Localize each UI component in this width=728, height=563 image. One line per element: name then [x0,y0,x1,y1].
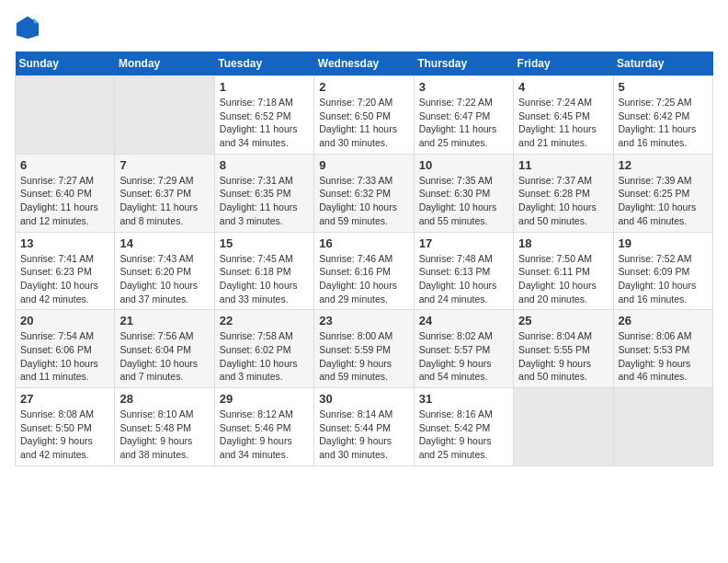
day-cell: 31Sunrise: 8:16 AMSunset: 5:42 PMDayligh… [414,388,513,466]
day-details: Sunrise: 7:41 AMSunset: 6:23 PMDaylight:… [20,252,109,306]
day-number: 10 [419,158,508,172]
day-number: 21 [119,314,209,327]
day-details: Sunrise: 7:46 AMSunset: 6:16 PMDaylight:… [319,252,408,306]
day-cell: 19Sunrise: 7:52 AMSunset: 6:09 PMDayligh… [613,232,712,310]
day-details: Sunrise: 7:33 AMSunset: 6:32 PMDaylight:… [319,174,408,228]
header-cell-saturday: Saturday [613,52,712,76]
day-cell: 16Sunrise: 7:46 AMSunset: 6:16 PMDayligh… [314,232,414,310]
day-details: Sunrise: 7:37 AMSunset: 6:28 PMDaylight:… [518,174,608,228]
day-details: Sunrise: 7:20 AMSunset: 6:50 PMDaylight:… [319,96,408,150]
day-number: 15 [220,236,309,250]
day-number: 29 [220,392,309,406]
day-cell: 6Sunrise: 7:27 AMSunset: 6:40 PMDaylight… [16,154,115,232]
week-row-4: 20Sunrise: 7:54 AMSunset: 6:06 PMDayligh… [16,310,713,388]
day-cell: 11Sunrise: 7:37 AMSunset: 6:28 PMDayligh… [514,154,613,232]
day-number: 22 [220,314,309,327]
day-details: Sunrise: 7:35 AMSunset: 6:30 PMDaylight:… [419,174,508,228]
day-cell: 28Sunrise: 8:10 AMSunset: 5:48 PMDayligh… [115,388,214,466]
day-details: Sunrise: 8:10 AMSunset: 5:48 PMDaylight:… [119,408,209,462]
day-details: Sunrise: 7:24 AMSunset: 6:45 PMDaylight:… [518,96,608,150]
day-number: 4 [518,80,608,94]
header-cell-tuesday: Tuesday [214,52,313,76]
day-number: 27 [20,392,109,406]
day-number: 25 [518,314,608,327]
day-number: 17 [419,236,508,250]
day-number: 18 [518,236,608,250]
day-number: 2 [319,80,408,94]
week-row-2: 6Sunrise: 7:27 AMSunset: 6:40 PMDaylight… [16,154,713,232]
day-cell: 17Sunrise: 7:48 AMSunset: 6:13 PMDayligh… [414,232,513,310]
day-number: 9 [319,158,408,172]
day-details: Sunrise: 8:04 AMSunset: 5:55 PMDaylight:… [518,329,608,384]
day-cell: 25Sunrise: 8:04 AMSunset: 5:55 PMDayligh… [514,310,613,388]
day-cell: 21Sunrise: 7:56 AMSunset: 6:04 PMDayligh… [115,310,214,388]
day-number: 7 [119,158,209,172]
logo [15,15,44,40]
day-details: Sunrise: 8:02 AMSunset: 5:57 PMDaylight:… [419,329,508,384]
day-details: Sunrise: 7:56 AMSunset: 6:04 PMDaylight:… [119,329,209,384]
day-details: Sunrise: 7:18 AMSunset: 6:52 PMDaylight:… [220,96,309,150]
day-number: 19 [619,236,708,250]
day-number: 14 [119,236,209,250]
day-number: 24 [419,314,508,327]
day-number: 31 [419,392,508,406]
day-details: Sunrise: 7:29 AMSunset: 6:37 PMDaylight:… [119,174,209,228]
day-cell: 23Sunrise: 8:00 AMSunset: 5:59 PMDayligh… [314,310,414,388]
day-cell: 20Sunrise: 7:54 AMSunset: 6:06 PMDayligh… [16,310,115,388]
day-details: Sunrise: 7:25 AMSunset: 6:42 PMDaylight:… [619,96,708,150]
day-number: 8 [220,158,309,172]
day-details: Sunrise: 8:08 AMSunset: 5:50 PMDaylight:… [20,408,109,462]
day-number: 28 [119,392,209,406]
day-cell [514,388,613,466]
day-details: Sunrise: 7:27 AMSunset: 6:40 PMDaylight:… [20,174,109,228]
day-number: 16 [319,236,408,250]
day-details: Sunrise: 7:50 AMSunset: 6:11 PMDaylight:… [518,252,608,306]
day-cell: 27Sunrise: 8:08 AMSunset: 5:50 PMDayligh… [16,388,115,466]
day-cell: 15Sunrise: 7:45 AMSunset: 6:18 PMDayligh… [214,232,313,310]
day-cell [16,76,115,155]
week-row-3: 13Sunrise: 7:41 AMSunset: 6:23 PMDayligh… [16,232,713,310]
day-cell: 4Sunrise: 7:24 AMSunset: 6:45 PMDaylight… [514,76,613,155]
day-cell: 24Sunrise: 8:02 AMSunset: 5:57 PMDayligh… [414,310,513,388]
day-details: Sunrise: 7:48 AMSunset: 6:13 PMDaylight:… [419,252,508,306]
logo-icon [15,15,40,40]
header-cell-thursday: Thursday [414,52,513,76]
day-cell: 14Sunrise: 7:43 AMSunset: 6:20 PMDayligh… [115,232,214,310]
header-row: SundayMondayTuesdayWednesdayThursdayFrid… [16,52,713,76]
day-cell: 9Sunrise: 7:33 AMSunset: 6:32 PMDaylight… [314,154,414,232]
week-row-5: 27Sunrise: 8:08 AMSunset: 5:50 PMDayligh… [16,388,713,466]
day-details: Sunrise: 7:31 AMSunset: 6:35 PMDaylight:… [220,174,309,228]
svg-marker-1 [34,18,40,24]
day-number: 30 [319,392,408,406]
day-cell: 29Sunrise: 8:12 AMSunset: 5:46 PMDayligh… [214,388,313,466]
day-details: Sunrise: 8:12 AMSunset: 5:46 PMDaylight:… [220,408,309,462]
day-details: Sunrise: 7:39 AMSunset: 6:25 PMDaylight:… [619,174,708,228]
day-cell: 2Sunrise: 7:20 AMSunset: 6:50 PMDaylight… [314,76,414,155]
day-cell: 18Sunrise: 7:50 AMSunset: 6:11 PMDayligh… [514,232,613,310]
calendar-table: SundayMondayTuesdayWednesdayThursdayFrid… [15,52,713,466]
day-details: Sunrise: 8:14 AMSunset: 5:44 PMDaylight:… [319,408,408,462]
header-cell-wednesday: Wednesday [314,52,414,76]
day-number: 13 [20,236,109,250]
day-number: 20 [20,314,109,327]
day-cell: 30Sunrise: 8:14 AMSunset: 5:44 PMDayligh… [314,388,414,466]
day-cell: 5Sunrise: 7:25 AMSunset: 6:42 PMDaylight… [613,76,712,155]
day-details: Sunrise: 8:16 AMSunset: 5:42 PMDaylight:… [419,408,508,462]
day-number: 6 [20,158,109,172]
day-number: 26 [619,314,708,327]
day-number: 23 [319,314,408,327]
header-cell-monday: Monday [115,52,214,76]
day-number: 1 [220,80,309,94]
header-cell-friday: Friday [514,52,613,76]
day-details: Sunrise: 7:45 AMSunset: 6:18 PMDaylight:… [220,252,309,306]
day-number: 11 [518,158,608,172]
day-details: Sunrise: 7:58 AMSunset: 6:02 PMDaylight:… [220,329,309,384]
day-details: Sunrise: 7:54 AMSunset: 6:06 PMDaylight:… [20,329,109,384]
week-row-1: 1Sunrise: 7:18 AMSunset: 6:52 PMDaylight… [16,76,713,155]
day-cell: 8Sunrise: 7:31 AMSunset: 6:35 PMDaylight… [214,154,313,232]
day-cell: 26Sunrise: 8:06 AMSunset: 5:53 PMDayligh… [613,310,712,388]
day-cell [613,388,712,466]
svg-marker-0 [17,17,39,39]
header-cell-sunday: Sunday [16,52,115,76]
day-number: 3 [419,80,508,94]
